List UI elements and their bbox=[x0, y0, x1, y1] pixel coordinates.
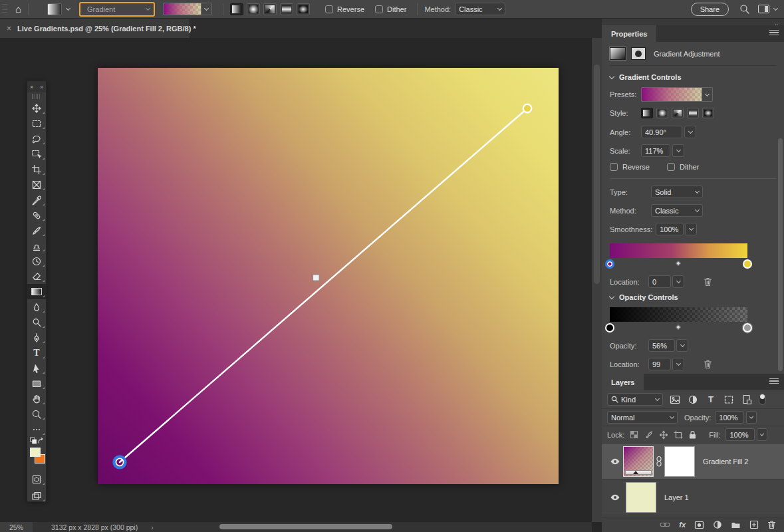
opacity-dropdown[interactable]: 56% bbox=[648, 339, 675, 352]
close-icon[interactable]: × bbox=[30, 84, 33, 90]
layer-name[interactable]: Gradient Fill 2 bbox=[703, 458, 748, 466]
new-group-icon[interactable] bbox=[731, 521, 741, 529]
color-stop-end[interactable] bbox=[743, 259, 752, 269]
canvas-vertical-scrollbar[interactable] bbox=[592, 38, 602, 522]
lock-position-icon[interactable] bbox=[659, 430, 668, 440]
lasso-tool[interactable] bbox=[27, 131, 46, 146]
chevron-down-icon[interactable] bbox=[66, 6, 70, 11]
opacity-stop-end[interactable] bbox=[743, 323, 752, 332]
angle-style-button[interactable] bbox=[672, 108, 684, 118]
reflected-style-button[interactable] bbox=[687, 108, 699, 118]
opacity-chevron[interactable] bbox=[676, 339, 688, 352]
filter-type-layers-icon[interactable]: T bbox=[705, 394, 717, 404]
presets-chevron[interactable] bbox=[702, 87, 713, 102]
edit-toolbar-icon[interactable] bbox=[27, 422, 46, 437]
object-selection-tool[interactable] bbox=[27, 146, 46, 162]
opacity-controls-section[interactable]: Opacity Controls bbox=[610, 293, 776, 301]
tools-panel-grip[interactable] bbox=[32, 94, 41, 99]
layer-1-thumbnail[interactable] bbox=[626, 482, 656, 513]
smoothness-dropdown[interactable]: 100% bbox=[656, 223, 684, 235]
screen-mode-button[interactable] bbox=[27, 488, 46, 503]
linear-style-button[interactable] bbox=[641, 108, 653, 118]
visibility-eye-icon[interactable] bbox=[610, 493, 620, 502]
linear-gradient-style-button[interactable] bbox=[230, 3, 243, 15]
quick-mask-button[interactable] bbox=[27, 471, 46, 487]
collapse-icon[interactable]: » bbox=[40, 84, 43, 90]
angle-chevron[interactable] bbox=[684, 126, 696, 138]
canvas-area[interactable] bbox=[0, 38, 592, 522]
layer-name[interactable]: Layer 1 bbox=[664, 493, 689, 501]
options-bar-grip[interactable] bbox=[2, 4, 7, 15]
visibility-eye-icon[interactable] bbox=[610, 457, 620, 466]
foreground-color-swatch[interactable] bbox=[30, 448, 41, 457]
delete-opacity-stop-icon[interactable] bbox=[703, 359, 713, 370]
radial-style-button[interactable] bbox=[656, 108, 668, 118]
add-adjustment-icon[interactable] bbox=[713, 520, 722, 529]
rectangular-marquee-tool[interactable] bbox=[27, 116, 46, 131]
gradient-preview-swatch[interactable] bbox=[163, 3, 201, 15]
document-tab[interactable]: × Live Gradients.psd @ 25% (Gradient Fil… bbox=[0, 19, 190, 38]
reflected-gradient-style-button[interactable] bbox=[280, 3, 293, 15]
blend-mode-dropdown[interactable]: Normal bbox=[607, 411, 678, 424]
pen-tool[interactable] bbox=[27, 330, 46, 345]
gradient-midpoint-handle[interactable] bbox=[313, 275, 319, 281]
eyedropper-tool[interactable] bbox=[27, 192, 46, 207]
gradient-tool[interactable] bbox=[27, 284, 46, 299]
filter-smart-objects-icon[interactable] bbox=[741, 394, 753, 405]
brush-tool[interactable] bbox=[27, 223, 46, 238]
new-layer-icon[interactable] bbox=[749, 520, 759, 529]
workspace-icon[interactable] bbox=[758, 5, 769, 13]
blur-tool[interactable] bbox=[27, 299, 46, 315]
lock-all-icon[interactable] bbox=[688, 430, 697, 440]
filter-shape-layers-icon[interactable] bbox=[723, 395, 735, 404]
gradient-editor-bar[interactable] bbox=[610, 243, 747, 258]
add-mask-icon[interactable] bbox=[694, 521, 704, 529]
dither-checkbox[interactable] bbox=[375, 5, 383, 13]
gradient-end-handle[interactable] bbox=[523, 104, 531, 112]
type-tool[interactable]: T bbox=[27, 345, 46, 360]
angle-gradient-style-button[interactable] bbox=[263, 3, 277, 15]
lock-transparency-icon[interactable] bbox=[630, 430, 639, 440]
layer-effects-icon[interactable]: fx bbox=[679, 521, 686, 529]
share-button[interactable]: Share bbox=[691, 3, 729, 16]
frame-tool[interactable] bbox=[27, 177, 46, 192]
scale-chevron[interactable] bbox=[672, 144, 684, 157]
props-method-dropdown[interactable]: Classic bbox=[651, 204, 703, 217]
layer-mask-link-icon[interactable] bbox=[656, 456, 662, 467]
chevron-down-icon[interactable] bbox=[773, 6, 778, 11]
diamond-gradient-style-button[interactable] bbox=[297, 3, 310, 15]
status-chevron-icon[interactable]: › bbox=[151, 523, 154, 531]
presets-gradient-swatch[interactable] bbox=[641, 87, 702, 102]
fill-chevron[interactable] bbox=[757, 428, 767, 441]
props-reverse-checkbox[interactable] bbox=[610, 163, 618, 171]
default-colors-icon[interactable] bbox=[30, 437, 37, 445]
filter-kind-dropdown[interactable]: Kind bbox=[607, 393, 663, 406]
panel-menu-icon[interactable] bbox=[769, 30, 779, 37]
props-dither-checkbox[interactable] bbox=[667, 163, 675, 171]
gradient-controls-section[interactable]: Gradient Controls bbox=[610, 73, 776, 81]
clone-stamp-tool[interactable] bbox=[27, 238, 46, 253]
close-icon[interactable]: × bbox=[7, 24, 11, 33]
history-brush-tool[interactable] bbox=[27, 253, 46, 269]
opacity-editor-bar[interactable] bbox=[610, 307, 747, 322]
vertical-scrollbar-thumb[interactable] bbox=[594, 65, 600, 284]
opacity-location-chevron[interactable] bbox=[672, 358, 684, 370]
angle-dropdown[interactable]: 40.90° bbox=[641, 126, 682, 138]
mask-thumbnail-icon[interactable] bbox=[631, 47, 646, 60]
path-selection-tool[interactable] bbox=[27, 360, 46, 376]
diamond-style-button[interactable] bbox=[702, 108, 714, 118]
gradient-tool-preset-icon[interactable] bbox=[47, 3, 62, 15]
search-icon[interactable] bbox=[739, 4, 750, 15]
gradient-picker-chevron[interactable] bbox=[201, 3, 212, 15]
layer-row-gradient-fill-2[interactable]: Gradient Fill 2 bbox=[602, 444, 784, 479]
layers-opacity-chevron[interactable] bbox=[746, 411, 757, 424]
location-chevron[interactable] bbox=[672, 275, 684, 288]
filter-toggle-switch[interactable] bbox=[759, 394, 766, 405]
method-dropdown[interactable]: Classic bbox=[455, 3, 505, 15]
gradient-annotation-widget[interactable] bbox=[98, 68, 559, 484]
fill-dropdown[interactable]: 100% bbox=[725, 428, 755, 441]
canvas-horizontal-scrollbar[interactable] bbox=[219, 524, 392, 529]
reverse-checkbox[interactable] bbox=[325, 5, 333, 13]
home-icon[interactable]: ⌂ bbox=[15, 3, 21, 15]
gradient-fill-layer-thumbnail[interactable] bbox=[623, 446, 654, 477]
